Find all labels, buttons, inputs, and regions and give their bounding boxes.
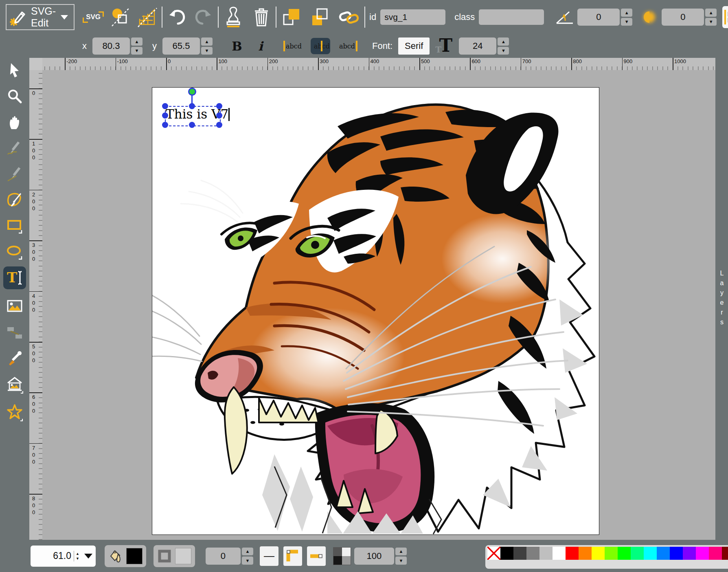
palette-swatch[interactable]: [709, 547, 722, 560]
move-to-back-icon[interactable]: [309, 7, 330, 28]
text-anchor-start-button[interactable]: abcd: [281, 38, 305, 54]
palette-swatch[interactable]: [670, 547, 683, 560]
element-class-input[interactable]: [479, 9, 544, 25]
fill-color-swatch[interactable]: [126, 548, 143, 564]
canvas-text-element[interactable]: This is V7: [166, 107, 223, 121]
stroke-linejoin-button[interactable]: [283, 546, 302, 566]
redo-icon[interactable]: [193, 7, 214, 27]
document-properties-icon[interactable]: [110, 7, 131, 28]
wireframe-mode-icon[interactable]: [136, 7, 158, 28]
palette-swatch[interactable]: [657, 547, 670, 560]
main-menu-button[interactable]: SVG-Edit: [6, 4, 75, 30]
stroke-width-spinner[interactable]: 0 ▲▼: [206, 548, 253, 565]
canvas-workspace[interactable]: This is V7: [42, 70, 715, 540]
stroke-width-down-button[interactable]: ▼: [242, 557, 253, 565]
bold-button[interactable]: B: [228, 37, 246, 55]
palette-swatch[interactable]: [605, 547, 618, 560]
font-size-down-button[interactable]: ▼: [498, 47, 509, 55]
resize-handle-sw[interactable]: [162, 122, 168, 128]
opacity-value[interactable]: 100: [354, 548, 394, 565]
stroke-linecap-button[interactable]: [307, 546, 326, 566]
undo-icon[interactable]: [167, 7, 187, 27]
palette-swatch[interactable]: [631, 547, 644, 560]
zoom-widget[interactable]: 61.0 ▲▼: [31, 546, 96, 567]
palette-swatch[interactable]: [553, 547, 566, 560]
stroke-color-swatch[interactable]: [175, 548, 191, 564]
rect-tool[interactable]: [6, 217, 24, 235]
fill-color-group[interactable]: [105, 545, 146, 567]
opacity-up-button[interactable]: ▲: [395, 548, 407, 556]
path-tool[interactable]: [6, 191, 24, 209]
rotate-handle[interactable]: [188, 88, 196, 96]
palette-swatch[interactable]: [696, 547, 709, 560]
x-spinner[interactable]: 80.3 ▲▼: [92, 37, 143, 55]
pan-tool[interactable]: [6, 113, 24, 131]
layers-panel-tab[interactable]: Layers: [715, 58, 728, 540]
blur-up-button[interactable]: ▲: [705, 9, 717, 17]
palette-swatch-none[interactable]: [487, 547, 500, 560]
palette-swatch[interactable]: [526, 547, 539, 560]
y-spinner[interactable]: 65.5 ▲▼: [162, 37, 213, 55]
line-tool[interactable]: [6, 165, 24, 183]
tiger-drawing[interactable]: [152, 88, 599, 535]
resize-handle-ne[interactable]: [216, 103, 222, 109]
zoom-value[interactable]: 61.0: [31, 550, 74, 561]
palette-swatch[interactable]: [579, 547, 592, 560]
font-size-up-button[interactable]: ▲: [498, 37, 509, 46]
eyedropper-tool[interactable]: [6, 350, 24, 367]
palette-swatch[interactable]: [592, 547, 605, 560]
font-family-button[interactable]: Serif: [398, 37, 430, 55]
svg-page[interactable]: This is V7: [152, 87, 599, 535]
text-anchor-end-button[interactable]: abcd: [336, 38, 360, 54]
angle-value[interactable]: 0: [577, 9, 620, 26]
star-tool[interactable]: [6, 403, 24, 421]
pencil-tool[interactable]: [6, 139, 24, 157]
stroke-color-group[interactable]: [153, 545, 195, 567]
select-tool[interactable]: [6, 61, 24, 79]
palette-swatch[interactable]: [683, 547, 696, 560]
palette-swatch[interactable]: [722, 547, 728, 560]
resize-handle-se[interactable]: [216, 122, 222, 128]
x-value[interactable]: 80.3: [92, 37, 130, 55]
angle-down-button[interactable]: ▼: [621, 18, 632, 26]
text-anchor-middle-button[interactable]: abcd: [311, 38, 330, 54]
y-down-button[interactable]: ▼: [201, 47, 213, 55]
y-up-button[interactable]: ▲: [201, 37, 213, 46]
stroke-dash-button[interactable]: —: [260, 546, 278, 566]
blur-value[interactable]: 0: [662, 9, 704, 26]
shape-library-tool[interactable]: [6, 376, 24, 394]
align-button[interactable]: [722, 6, 728, 28]
palette-swatch[interactable]: [500, 547, 513, 560]
resize-handle-e[interactable]: [216, 112, 222, 119]
font-size-spinner[interactable]: 24 ▲▼: [459, 37, 509, 55]
resize-handle-s[interactable]: [189, 122, 195, 128]
stroke-width-up-button[interactable]: ▲: [242, 548, 253, 556]
opacity-down-button[interactable]: ▼: [395, 557, 407, 565]
image-tool[interactable]: [6, 297, 24, 315]
x-down-button[interactable]: ▼: [131, 47, 143, 55]
make-link-icon[interactable]: [338, 7, 360, 28]
blur-down-button[interactable]: ▼: [705, 18, 717, 26]
move-to-front-icon[interactable]: [281, 7, 302, 28]
palette-swatch[interactable]: [644, 547, 657, 560]
opacity-spinner[interactable]: 100 ▲▼: [354, 548, 407, 565]
clone-stamp-icon[interactable]: [223, 7, 244, 28]
font-size-value[interactable]: 24: [459, 37, 496, 55]
angle-up-button[interactable]: ▲: [621, 9, 632, 17]
ellipse-tool[interactable]: [6, 243, 24, 261]
resize-handle-w[interactable]: [162, 112, 168, 119]
delete-trash-icon[interactable]: [251, 7, 272, 27]
zoom-spinner[interactable]: ▲▼: [74, 551, 81, 561]
palette-swatch[interactable]: [566, 547, 579, 560]
element-id-input[interactable]: [380, 9, 445, 25]
italic-button[interactable]: i: [252, 37, 270, 55]
zoom-dropdown-icon[interactable]: [84, 554, 92, 559]
angle-spinner[interactable]: 0 ▲▼: [577, 9, 632, 26]
resize-handle-n[interactable]: [189, 103, 195, 109]
connector-tool[interactable]: [6, 323, 24, 341]
x-up-button[interactable]: ▲: [131, 37, 143, 46]
resize-handle-nw[interactable]: [162, 103, 168, 109]
palette-swatch[interactable]: [539, 547, 553, 560]
stroke-width-value[interactable]: 0: [206, 548, 241, 565]
palette-swatch[interactable]: [513, 547, 526, 560]
